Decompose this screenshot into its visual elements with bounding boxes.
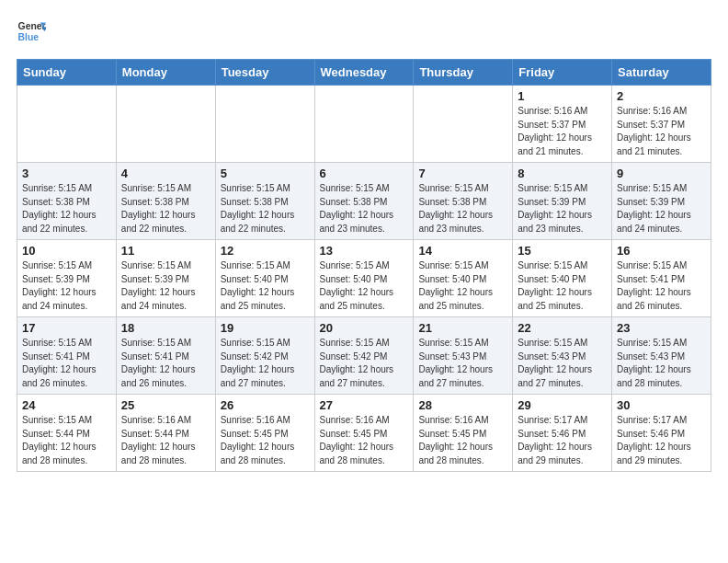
calendar-cell: 26Sunrise: 5:16 AM Sunset: 5:45 PM Dayli… [215, 395, 314, 472]
day-info: Sunrise: 5:15 AM Sunset: 5:40 PM Dayligh… [418, 259, 507, 313]
day-info: Sunrise: 5:15 AM Sunset: 5:41 PM Dayligh… [22, 337, 111, 390]
weekday-header-saturday: Saturday [612, 60, 711, 86]
day-info: Sunrise: 5:16 AM Sunset: 5:45 PM Dayligh… [221, 414, 310, 467]
calendar-cell: 19Sunrise: 5:15 AM Sunset: 5:42 PM Dayli… [215, 317, 314, 395]
day-number: 10 [22, 244, 111, 258]
day-info: Sunrise: 5:16 AM Sunset: 5:37 PM Dayligh… [617, 105, 706, 158]
weekday-header-sunday: Sunday [17, 60, 117, 86]
logo-icon: General Blue [17, 17, 46, 46]
calendar-cell: 25Sunrise: 5:16 AM Sunset: 5:44 PM Dayli… [116, 395, 215, 472]
day-number: 12 [221, 244, 310, 258]
day-number: 2 [617, 89, 706, 103]
weekday-header-thursday: Thursday [414, 60, 513, 86]
day-number: 15 [518, 244, 607, 258]
calendar-cell: 8Sunrise: 5:15 AM Sunset: 5:39 PM Daylig… [513, 163, 612, 240]
calendar-cell [414, 86, 513, 163]
calendar-cell: 5Sunrise: 5:15 AM Sunset: 5:38 PM Daylig… [215, 163, 314, 240]
day-number: 21 [418, 321, 507, 335]
page: General Blue SundayMondayTuesdayWednesda… [0, 0, 728, 481]
day-info: Sunrise: 5:15 AM Sunset: 5:39 PM Dayligh… [121, 259, 210, 313]
calendar-cell: 23Sunrise: 5:15 AM Sunset: 5:43 PM Dayli… [612, 317, 711, 395]
calendar-cell: 20Sunrise: 5:15 AM Sunset: 5:42 PM Dayli… [314, 317, 414, 395]
header: General Blue [17, 17, 711, 46]
day-number: 11 [121, 244, 210, 258]
day-info: Sunrise: 5:15 AM Sunset: 5:40 PM Dayligh… [221, 259, 310, 313]
calendar-cell: 4Sunrise: 5:15 AM Sunset: 5:38 PM Daylig… [116, 163, 215, 240]
calendar-cell: 9Sunrise: 5:15 AM Sunset: 5:39 PM Daylig… [612, 163, 711, 240]
calendar-cell: 28Sunrise: 5:16 AM Sunset: 5:45 PM Dayli… [414, 395, 513, 472]
week-row-4: 17Sunrise: 5:15 AM Sunset: 5:41 PM Dayli… [17, 317, 711, 395]
day-info: Sunrise: 5:17 AM Sunset: 5:46 PM Dayligh… [617, 414, 706, 467]
day-info: Sunrise: 5:15 AM Sunset: 5:44 PM Dayligh… [22, 414, 111, 467]
day-number: 16 [617, 244, 706, 258]
calendar-cell [314, 86, 414, 163]
day-info: Sunrise: 5:16 AM Sunset: 5:45 PM Dayligh… [320, 414, 409, 467]
weekday-header-monday: Monday [116, 60, 215, 86]
calendar-cell: 6Sunrise: 5:15 AM Sunset: 5:38 PM Daylig… [314, 163, 414, 240]
day-number: 5 [221, 167, 310, 180]
day-number: 3 [22, 167, 111, 180]
svg-text:Blue: Blue [18, 32, 40, 42]
calendar-cell: 12Sunrise: 5:15 AM Sunset: 5:40 PM Dayli… [215, 240, 314, 317]
day-info: Sunrise: 5:15 AM Sunset: 5:42 PM Dayligh… [320, 337, 409, 390]
calendar-cell [116, 86, 215, 163]
day-number: 17 [22, 321, 111, 335]
calendar-cell: 1Sunrise: 5:16 AM Sunset: 5:37 PM Daylig… [513, 86, 612, 163]
day-info: Sunrise: 5:15 AM Sunset: 5:38 PM Dayligh… [418, 182, 507, 236]
calendar-cell: 18Sunrise: 5:15 AM Sunset: 5:41 PM Dayli… [116, 317, 215, 395]
calendar-table: SundayMondayTuesdayWednesdayThursdayFrid… [17, 59, 711, 472]
calendar-cell [17, 86, 117, 163]
day-number: 8 [518, 167, 607, 180]
day-info: Sunrise: 5:15 AM Sunset: 5:38 PM Dayligh… [221, 182, 310, 236]
calendar-cell: 24Sunrise: 5:15 AM Sunset: 5:44 PM Dayli… [17, 395, 117, 472]
day-number: 20 [320, 321, 409, 335]
day-info: Sunrise: 5:15 AM Sunset: 5:38 PM Dayligh… [320, 182, 409, 236]
day-info: Sunrise: 5:15 AM Sunset: 5:38 PM Dayligh… [22, 182, 111, 236]
day-number: 14 [418, 244, 507, 258]
calendar-cell: 16Sunrise: 5:15 AM Sunset: 5:41 PM Dayli… [612, 240, 711, 317]
day-info: Sunrise: 5:15 AM Sunset: 5:40 PM Dayligh… [518, 259, 607, 313]
calendar-cell: 15Sunrise: 5:15 AM Sunset: 5:40 PM Dayli… [513, 240, 612, 317]
day-info: Sunrise: 5:17 AM Sunset: 5:46 PM Dayligh… [518, 414, 607, 467]
week-row-3: 10Sunrise: 5:15 AM Sunset: 5:39 PM Dayli… [17, 240, 711, 317]
calendar-cell: 13Sunrise: 5:15 AM Sunset: 5:40 PM Dayli… [314, 240, 414, 317]
day-info: Sunrise: 5:15 AM Sunset: 5:43 PM Dayligh… [518, 337, 607, 390]
day-number: 30 [617, 398, 706, 412]
calendar-cell: 30Sunrise: 5:17 AM Sunset: 5:46 PM Dayli… [612, 395, 711, 472]
day-info: Sunrise: 5:15 AM Sunset: 5:40 PM Dayligh… [320, 259, 409, 313]
day-info: Sunrise: 5:15 AM Sunset: 5:38 PM Dayligh… [121, 182, 210, 236]
day-number: 18 [121, 321, 210, 335]
calendar-cell: 7Sunrise: 5:15 AM Sunset: 5:38 PM Daylig… [414, 163, 513, 240]
day-number: 22 [518, 321, 607, 335]
day-number: 28 [418, 398, 507, 412]
logo: General Blue [17, 17, 46, 46]
day-number: 1 [518, 89, 607, 103]
calendar-cell: 29Sunrise: 5:17 AM Sunset: 5:46 PM Dayli… [513, 395, 612, 472]
day-info: Sunrise: 5:15 AM Sunset: 5:42 PM Dayligh… [221, 337, 310, 390]
day-number: 23 [617, 321, 706, 335]
calendar-header-row: SundayMondayTuesdayWednesdayThursdayFrid… [17, 60, 711, 86]
calendar-cell: 17Sunrise: 5:15 AM Sunset: 5:41 PM Dayli… [17, 317, 117, 395]
calendar-cell: 10Sunrise: 5:15 AM Sunset: 5:39 PM Dayli… [17, 240, 117, 317]
calendar-cell: 3Sunrise: 5:15 AM Sunset: 5:38 PM Daylig… [17, 163, 117, 240]
day-number: 29 [518, 398, 607, 412]
calendar-cell: 11Sunrise: 5:15 AM Sunset: 5:39 PM Dayli… [116, 240, 215, 317]
day-info: Sunrise: 5:15 AM Sunset: 5:43 PM Dayligh… [617, 337, 706, 390]
calendar-cell: 22Sunrise: 5:15 AM Sunset: 5:43 PM Dayli… [513, 317, 612, 395]
calendar-cell: 21Sunrise: 5:15 AM Sunset: 5:43 PM Dayli… [414, 317, 513, 395]
day-number: 13 [320, 244, 409, 258]
day-info: Sunrise: 5:15 AM Sunset: 5:39 PM Dayligh… [617, 182, 706, 236]
week-row-2: 3Sunrise: 5:15 AM Sunset: 5:38 PM Daylig… [17, 163, 711, 240]
calendar-cell [215, 86, 314, 163]
weekday-header-wednesday: Wednesday [314, 60, 414, 86]
day-info: Sunrise: 5:15 AM Sunset: 5:39 PM Dayligh… [22, 259, 111, 313]
day-number: 26 [221, 398, 310, 412]
day-number: 4 [121, 167, 210, 180]
day-info: Sunrise: 5:15 AM Sunset: 5:43 PM Dayligh… [418, 337, 507, 390]
calendar-cell: 2Sunrise: 5:16 AM Sunset: 5:37 PM Daylig… [612, 86, 711, 163]
day-number: 9 [617, 167, 706, 180]
day-info: Sunrise: 5:16 AM Sunset: 5:37 PM Dayligh… [518, 105, 607, 158]
day-info: Sunrise: 5:15 AM Sunset: 5:41 PM Dayligh… [617, 259, 706, 313]
day-info: Sunrise: 5:16 AM Sunset: 5:44 PM Dayligh… [121, 414, 210, 467]
calendar-cell: 27Sunrise: 5:16 AM Sunset: 5:45 PM Dayli… [314, 395, 414, 472]
